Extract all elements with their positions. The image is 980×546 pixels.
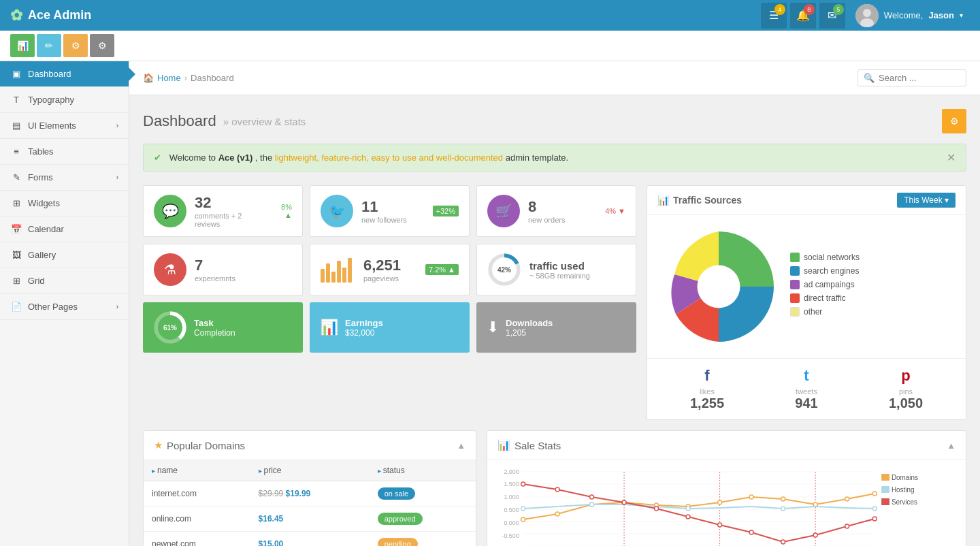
alert-close-button[interactable]: ✕ [947,151,956,164]
sale-stats-title: 📊 Sale Stats [497,439,561,451]
pins-label: pins [856,387,956,396]
downloads-title: Downloads [506,318,553,328]
toolbar-gear-button[interactable]: ⚙ [63,34,88,57]
status-badge-2: approved [378,513,423,525]
svg-point-26 [555,512,559,516]
price-column-header[interactable]: ▸price [250,460,370,481]
orders-label: new orders [528,216,565,224]
svg-point-49 [749,530,753,534]
pageviews-stat-info: 6,251 pageviews [363,257,401,283]
svg-rect-56 [881,486,889,493]
sort-status-icon: ▸ [378,467,381,475]
sidebar-item-forms[interactable]: ✎ Forms › [0,165,129,191]
svg-text:0.000: 0.000 [504,519,519,526]
toolbar-settings-button[interactable]: ⚙ [90,34,114,57]
svg-text:Hosting: Hosting [892,486,915,494]
alert-link[interactable]: lightweight, feature-rich, easy to use a… [275,152,503,163]
comments-stat-icon: 💬 [154,195,186,227]
traffic-sublabel: ~ 58GB remaining [529,272,590,280]
svg-point-47 [686,515,690,519]
svg-point-52 [845,524,849,528]
pageviews-chart [321,257,352,283]
task-progress-circle: 61% [153,310,187,344]
svg-point-43 [555,487,559,492]
svg-point-35 [845,497,849,501]
domain-price-1: $29.99 $19.99 [250,481,370,507]
name-column-header[interactable]: ▸name [144,460,250,481]
legend-search: search engines [790,266,860,276]
sidebar-item-widgets[interactable]: ⊞ Widgets [0,191,129,216]
search-input[interactable] [879,73,960,83]
legend-social: social networks [790,253,860,262]
messages-button[interactable]: ☰ 4 [761,3,787,29]
breadcrumb-separator: › [184,73,187,83]
legend-other-color [790,307,800,317]
tables-icon: ≡ [10,146,22,157]
mail-button[interactable]: ✉ 5 [819,3,845,29]
legend-ad: ad campaings [790,280,860,289]
status-column-header[interactable]: ▸status [370,460,476,481]
traffic-sources-card: 📊 Traffic Sources This Week ▾ [647,185,966,420]
legend-direct-label: direct traffic [804,293,846,303]
new-price-1: $19.99 [286,489,311,498]
orders-stat-icon: 🛒 [487,195,520,227]
week-label: This Week ▾ [904,195,949,205]
this-week-button[interactable]: This Week ▾ [897,193,956,208]
sidebar-item-grid[interactable]: ⊞ Grid [0,268,129,294]
sidebar-item-calendar[interactable]: 📅 Calendar [0,216,129,242]
stats-container: 💬 32 comments + 2 reviews 8% ▲ 🐦 11 [143,185,966,420]
other-pages-icon: 📄 [10,302,22,312]
sidebar-item-tables[interactable]: ≡ Tables [0,139,129,165]
svg-text:1.000: 1.000 [504,494,519,500]
page-subtitle: » overview & stats [223,116,306,127]
svg-point-53 [872,517,877,521]
svg-point-39 [686,507,690,511]
toolbar-edit-button[interactable]: ✏ [37,34,61,57]
downloads-icon: ⬇ [487,319,499,336]
traffic-legend: social networks search engines ad campai… [790,253,860,321]
svg-point-40 [781,507,785,511]
sidebar-item-other-pages[interactable]: 📄 Other Pages › [0,294,129,320]
sidebar-ui-elements-label: UI Elements [28,121,76,131]
comments-label: comments + 2 reviews [195,212,265,228]
notifications-button[interactable]: 🔔 8 [790,3,816,29]
experiments-count: 7 [195,257,235,274]
sidebar-dashboard-label: Dashboard [28,69,71,79]
sale-stats-collapse-button[interactable]: ▲ [947,440,956,451]
dropdown-icon: ▾ [960,12,963,19]
breadcrumb-current: Dashboard [191,73,234,83]
legend-ad-color [790,280,800,289]
pins-count: 1,050 [856,396,956,411]
star-icon: ★ [154,439,163,451]
pageviews-change: 7.2% ▲ [425,264,459,275]
toolbar-chart-button[interactable]: 📊 [10,34,35,57]
sidebar-item-dashboard[interactable]: ▣ Dashboard [0,61,129,87]
search-box[interactable]: 🔍 [858,69,966,86]
svg-point-38 [590,502,594,507]
sidebar-typography-label: Typography [28,95,74,105]
svg-point-32 [749,495,753,499]
domains-collapse-button[interactable]: ▲ [457,440,466,451]
sidebar-item-ui-elements[interactable]: ▤ UI Elements › [0,113,129,139]
welcome-alert: ✔ Welcome to Ace (v1) , the lightweight,… [143,144,966,172]
legend-social-label: social networks [804,253,860,262]
domain-status-2: approved [370,507,476,532]
sidebar: ▣ Dashboard T Typography ▤ UI Elements ›… [0,61,129,546]
twitter-stats: t tweets 941 [757,367,856,411]
ui-elements-icon: ▤ [10,121,22,131]
user-menu[interactable]: Welcome, Jason ▾ [849,4,970,27]
settings-gear-button[interactable]: ⚙ [942,109,966,133]
facebook-stats: f likes 1,255 [657,367,757,411]
main-content: 🏠 Home › Dashboard 🔍 Dashboard » overvie… [129,61,980,546]
svg-point-25 [521,517,525,521]
breadcrumb-home-link[interactable]: Home [157,73,181,83]
legend-other-label: other [804,307,822,317]
notifications-badge: 8 [804,4,815,15]
sidebar-item-typography[interactable]: T Typography [0,87,129,113]
dashboard-title: Dashboard [143,112,216,130]
sale-stats-header: 📊 Sale Stats ▲ [487,431,966,460]
svg-rect-54 [881,474,889,481]
svg-text:1.500: 1.500 [504,481,519,487]
mail-badge: 5 [833,4,844,15]
sidebar-item-gallery[interactable]: 🖼 Gallery [0,242,129,268]
